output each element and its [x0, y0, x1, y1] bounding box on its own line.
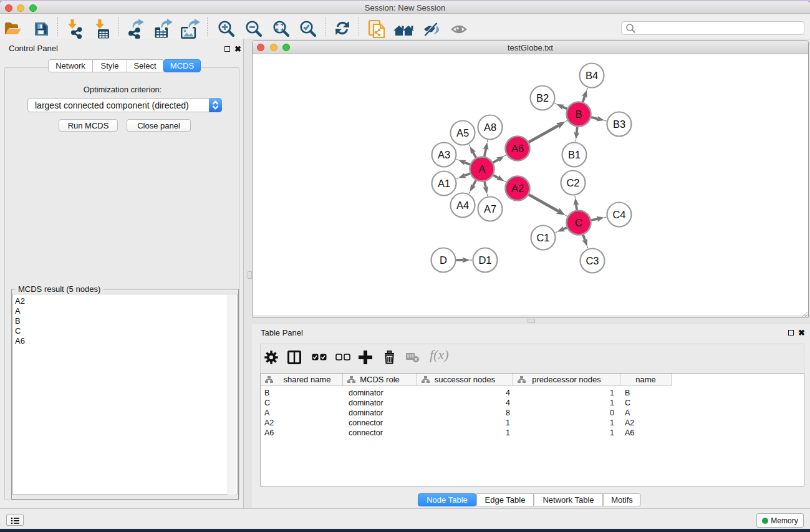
svg-text:A2: A2: [511, 183, 524, 194]
svg-text:A8: A8: [484, 122, 496, 133]
svg-text:B3: B3: [613, 118, 625, 130]
svg-text:A7: A7: [484, 203, 496, 215]
svg-text:A1: A1: [438, 178, 450, 189]
svg-text:A5: A5: [456, 127, 469, 138]
svg-text:C1: C1: [536, 232, 549, 243]
svg-text:C2: C2: [566, 177, 579, 188]
svg-text:D1: D1: [478, 254, 491, 266]
svg-text:B4: B4: [586, 70, 598, 81]
svg-text:C3: C3: [586, 255, 599, 266]
svg-text:A4: A4: [456, 200, 469, 211]
svg-text:B: B: [575, 109, 582, 120]
svg-text:C: C: [575, 217, 582, 228]
svg-text:A: A: [478, 163, 485, 175]
svg-text:A3: A3: [438, 149, 450, 160]
svg-text:B2: B2: [536, 92, 549, 104]
svg-text:C4: C4: [612, 209, 625, 220]
svg-text:D: D: [440, 254, 447, 266]
svg-text:B1: B1: [568, 149, 581, 160]
svg-text:A6: A6: [511, 143, 524, 154]
